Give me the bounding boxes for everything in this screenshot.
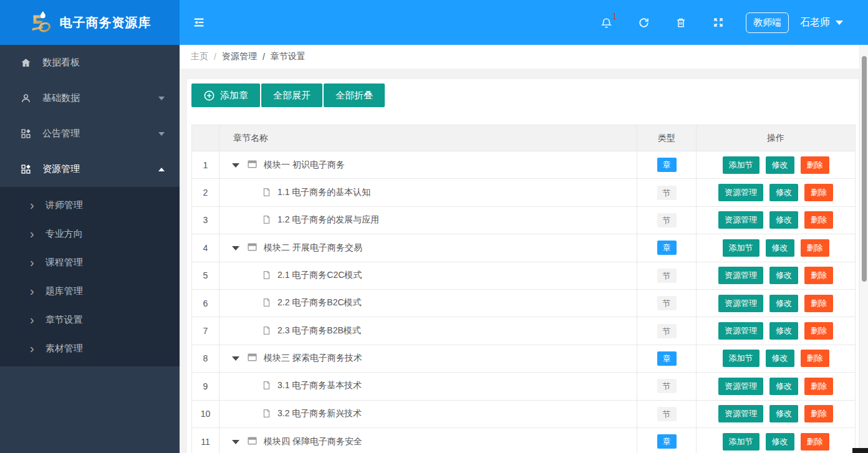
edit-button[interactable]: 修改 (769, 322, 798, 340)
app-icon (19, 128, 32, 139)
section-name: 1.1 电子商务的基本认知 (277, 187, 370, 197)
chapter-icon (247, 352, 258, 365)
bell-icon[interactable]: 1 (587, 17, 625, 29)
delete-button[interactable]: 删除 (804, 322, 833, 340)
table-row: 62.2 电子商务B2C模式节资源管理修改删除 (192, 289, 856, 317)
table-row: 103.2 电子商务新兴技术节资源管理修改删除 (192, 400, 856, 427)
table-row: 72.3 电子商务B2B模式节资源管理修改删除 (192, 317, 856, 345)
row-index: 10 (192, 400, 219, 427)
chapter-icon (247, 242, 258, 254)
user-name: 石老师 (800, 16, 830, 29)
delete-button[interactable]: 删除 (801, 350, 829, 367)
content-card: 添加章 全部展开 全部折叠 章节名称 类型 操作 1模块一 初识电子商务章添加节… (187, 79, 859, 453)
sidebar-subitem-chapter-setting[interactable]: ›章节设置 (0, 305, 180, 334)
chapter-icon (247, 159, 258, 171)
type-badge: 章 (657, 241, 677, 255)
resource-manage-button[interactable]: 资源管理 (718, 211, 763, 229)
resource-manage-button[interactable]: 资源管理 (718, 295, 763, 312)
edit-button[interactable]: 修改 (769, 405, 798, 422)
expand-all-button[interactable]: 全部展开 (261, 83, 322, 107)
sidebar-subitem-major[interactable]: ›专业方向 (0, 219, 180, 248)
tree-expand-icon[interactable] (232, 246, 239, 250)
tree-expand-icon[interactable] (232, 440, 239, 444)
edit-button[interactable]: 修改 (766, 239, 794, 257)
delete-button[interactable]: 删除 (804, 211, 833, 229)
add-section-button[interactable]: 添加节 (723, 350, 760, 367)
edit-button[interactable]: 修改 (769, 184, 798, 201)
sidebar-subitem-course[interactable]: ›课程管理 (0, 248, 180, 277)
resource-manage-button[interactable]: 资源管理 (718, 405, 763, 422)
chapter-name: 模块一 初识电子商务 (264, 160, 345, 169)
type-badge: 节 (657, 296, 677, 310)
sidebar-item-basic-data[interactable]: 基础数据 (0, 80, 180, 116)
row-index: 5 (192, 262, 219, 289)
add-section-button[interactable]: 添加节 (723, 156, 760, 174)
collapse-all-button[interactable]: 全部折叠 (324, 83, 385, 107)
col-index (192, 125, 219, 151)
delete-button[interactable]: 删除 (804, 405, 833, 422)
row-actions: 资源管理修改删除 (697, 179, 856, 206)
app-root: 电子商务资源库 1 教师端 石老师 数据看板基础数据公告管理资源管理›讲师管理›… (0, 0, 868, 453)
table-row: 31.2 电子商务的发展与应用节资源管理修改删除 (192, 206, 856, 234)
sidebar-subitem-material[interactable]: ›素材管理 (0, 334, 180, 363)
resource-manage-button[interactable]: 资源管理 (718, 378, 763, 395)
sidebar-subitem-lecturer[interactable]: ›讲师管理 (0, 191, 180, 219)
type-badge: 节 (657, 213, 677, 227)
tree-expand-icon[interactable] (232, 356, 239, 361)
delete-button[interactable]: 删除 (801, 156, 829, 174)
sidebar-subitem-label: 章节设置 (46, 314, 83, 326)
user-menu[interactable]: 石老师 (800, 16, 847, 29)
sidebar-submenu: ›讲师管理›专业方向›课程管理›题库管理›章节设置›素材管理 (0, 187, 180, 366)
edit-button[interactable]: 修改 (769, 378, 798, 395)
breadcrumb-item[interactable]: 主页 (191, 51, 208, 62)
chevron-right-icon: › (30, 285, 34, 297)
header-actions: 1 教师端 石老师 (587, 12, 868, 33)
row-actions: 资源管理修改删除 (697, 206, 856, 234)
role-button[interactable]: 教师端 (746, 12, 789, 33)
vertical-scrollbar[interactable] (859, 45, 868, 453)
add-section-button[interactable]: 添加节 (723, 239, 760, 257)
edit-button[interactable]: 修改 (769, 295, 798, 312)
row-index: 1 (192, 151, 219, 179)
col-ops: 操作 (697, 125, 856, 151)
delete-button[interactable]: 删除 (804, 378, 833, 395)
delete-button[interactable]: 删除 (804, 295, 833, 312)
delete-button[interactable]: 删除 (804, 184, 833, 201)
delete-button[interactable]: 删除 (801, 433, 829, 451)
row-actions: 添加节修改删除 (697, 151, 856, 179)
logo-icon (29, 9, 52, 36)
sidebar-item-announcement[interactable]: 公告管理 (0, 116, 180, 151)
sidebar: 数据看板基础数据公告管理资源管理›讲师管理›专业方向›课程管理›题库管理›章节设… (0, 45, 180, 453)
delete-button[interactable]: 删除 (804, 267, 833, 284)
row-actions: 资源管理修改删除 (697, 400, 856, 427)
delete-button[interactable]: 删除 (801, 239, 829, 257)
add-section-button[interactable]: 添加节 (723, 433, 760, 451)
resource-manage-button[interactable]: 资源管理 (718, 322, 763, 340)
refresh-icon[interactable] (625, 17, 662, 29)
sidebar-item-resource[interactable]: 资源管理 (0, 151, 180, 187)
app-icon (19, 164, 32, 174)
edit-button[interactable]: 修改 (769, 211, 798, 229)
edit-button[interactable]: 修改 (769, 267, 798, 284)
chevron-right-icon: › (30, 313, 34, 326)
col-name: 章节名称 (219, 125, 637, 151)
sidebar-subitem-question-bank[interactable]: ›题库管理 (0, 277, 180, 305)
row-index: 4 (192, 234, 219, 262)
edit-button[interactable]: 修改 (766, 156, 794, 174)
tree-expand-icon[interactable] (232, 163, 239, 168)
resource-manage-button[interactable]: 资源管理 (718, 184, 763, 201)
breadcrumb-item: 资源管理 (222, 51, 257, 62)
resource-manage-button[interactable]: 资源管理 (718, 267, 763, 284)
edit-button[interactable]: 修改 (766, 433, 794, 451)
fullscreen-icon[interactable] (700, 17, 737, 29)
add-chapter-button[interactable]: 添加章 (191, 83, 260, 107)
scrollbar-thumb[interactable] (862, 56, 867, 282)
sidebar-item-dashboard[interactable]: 数据看板 (0, 45, 180, 80)
trash-icon[interactable] (662, 17, 700, 29)
top-header: 电子商务资源库 1 教师端 石老师 (0, 0, 868, 45)
edit-button[interactable]: 修改 (766, 350, 794, 367)
home-icon (19, 57, 32, 68)
sidebar-collapse-icon[interactable] (192, 16, 206, 29)
section-file-icon (262, 298, 271, 309)
type-badge: 节 (657, 407, 677, 421)
